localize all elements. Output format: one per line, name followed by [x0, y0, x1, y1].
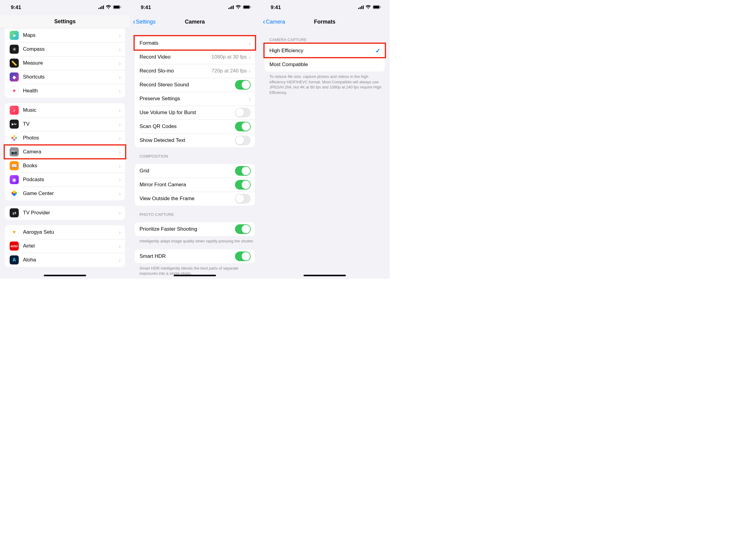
wifi-icon — [366, 5, 371, 11]
row-label: Maps — [23, 32, 119, 38]
toggle-knob — [242, 225, 250, 234]
camera-row-prioritize-faster-shooting[interactable]: Prioritize Faster Shooting — [135, 222, 255, 236]
settings-row-aloha[interactable]: AAloha› — [5, 253, 125, 267]
chevron-right-icon: › — [119, 60, 121, 67]
settings-row-books[interactable]: 📖Books› — [5, 159, 125, 173]
toggle-switch[interactable] — [235, 108, 251, 118]
row-label: View Outside the Frame — [140, 196, 235, 202]
row-label: Aarogya Setu — [23, 229, 119, 235]
camera-row-grid[interactable]: Grid — [135, 164, 255, 178]
chevron-right-icon: › — [119, 46, 121, 53]
row-label: Game Center — [23, 191, 119, 197]
toggle-switch[interactable] — [235, 80, 251, 90]
chevron-right-icon: › — [119, 107, 121, 114]
chevron-right-icon: › — [119, 229, 121, 236]
row-detail: 1080p at 30 fps — [212, 54, 247, 60]
toggle-switch[interactable] — [235, 224, 251, 234]
settings-row-game-center[interactable]: Game Center› — [5, 187, 125, 201]
row-label: Use Volume Up for Burst — [140, 110, 235, 116]
chevron-right-icon: › — [119, 32, 121, 39]
settings-group: ♥Aarogya Setu›airtelAirtel›AAloha› — [5, 225, 125, 267]
settings-row-measure[interactable]: 📏Measure› — [5, 56, 125, 70]
toggle-switch[interactable] — [235, 194, 251, 204]
camera-section: Formats›Record Video1080p at 30 fps›Reco… — [135, 36, 255, 147]
chevron-right-icon: › — [119, 135, 121, 142]
toggle-knob — [242, 181, 250, 189]
toggle-switch[interactable] — [235, 252, 251, 261]
settings-row-tv-provider[interactable]: ⇄TV Provider› — [5, 206, 125, 220]
photos-icon — [10, 134, 19, 143]
settings-row-photos[interactable]: Photos› — [5, 131, 125, 145]
camera-row-preserve-settings[interactable]: Preserve Settings› — [135, 92, 255, 106]
chevron-right-icon: › — [249, 54, 251, 61]
svg-point-9 — [13, 139, 15, 141]
camera-row-record-slo-mo[interactable]: Record Slo-mo720p at 240 fps› — [135, 64, 255, 78]
settings-row-podcasts[interactable]: ◉Podcasts› — [5, 173, 125, 187]
formats-section: High Efficiency✓Most Compatible — [265, 44, 385, 72]
toggle-switch[interactable] — [235, 122, 251, 131]
row-label: Camera — [23, 149, 119, 155]
home-indicator[interactable] — [304, 275, 346, 276]
camera-row-scan-qr-codes[interactable]: Scan QR Codes — [135, 120, 255, 134]
svg-rect-22 — [358, 8, 359, 9]
back-button[interactable]: ‹ Settings — [130, 18, 156, 25]
camera-row-view-outside-the-frame[interactable]: View Outside the Frame — [135, 192, 255, 206]
svg-point-7 — [13, 135, 15, 137]
camera-row-record-video[interactable]: Record Video1080p at 30 fps› — [135, 50, 255, 64]
toggle-switch[interactable] — [235, 136, 251, 145]
settings-row-shortcuts[interactable]: ◆Shortcuts› — [5, 70, 125, 84]
row-label: TV — [23, 121, 119, 127]
cellular-icon — [228, 5, 234, 11]
section-header: COMPOSITION — [140, 154, 255, 159]
camera-row-show-detected-text[interactable]: Show Detected Text — [135, 134, 255, 147]
svg-rect-27 — [373, 6, 379, 8]
aarogya-icon: ♥ — [10, 228, 19, 237]
settings-row-aarogya-setu[interactable]: ♥Aarogya Setu› — [5, 225, 125, 239]
chevron-right-icon: › — [119, 176, 121, 183]
settings-row-airtel[interactable]: airtelAirtel› — [5, 239, 125, 253]
formats-screen: 9:41 ‹ Camera Formats CAMERA CAPTUREHigh… — [260, 0, 389, 278]
camera-row-smart-hdr[interactable]: Smart HDR — [135, 250, 255, 263]
settings-row-compass[interactable]: ✳︎Compass› — [5, 42, 125, 56]
row-label: Mirror Front Camera — [140, 182, 235, 188]
status-bar: 9:41 — [0, 0, 130, 15]
format-option-most-compatible[interactable]: Most Compatible — [265, 58, 385, 72]
settings-row-maps[interactable]: ➤Maps› — [5, 28, 125, 42]
svg-rect-0 — [99, 8, 99, 9]
battery-icon — [113, 5, 121, 11]
settings-row-camera[interactable]: 📷Camera› — [5, 145, 125, 159]
camera-row-mirror-front-camera[interactable]: Mirror Front Camera — [135, 178, 255, 192]
svg-rect-20 — [244, 6, 250, 8]
toggle-knob — [242, 252, 250, 261]
svg-point-14 — [13, 191, 16, 194]
back-button[interactable]: ‹ Camera — [260, 18, 285, 25]
camera-row-record-stereo-sound[interactable]: Record Stereo Sound — [135, 78, 255, 92]
camera-row-use-volume-up-for-burst[interactable]: Use Volume Up for Burst — [135, 106, 255, 120]
row-label: Aloha — [23, 257, 119, 263]
chevron-right-icon: › — [119, 149, 121, 156]
cellular-icon — [358, 5, 364, 11]
chevron-right-icon: › — [249, 40, 251, 47]
camera-row-formats[interactable]: Formats› — [135, 36, 255, 50]
format-option-high-efficiency[interactable]: High Efficiency✓ — [265, 44, 385, 58]
wifi-icon — [236, 5, 241, 11]
podcasts-icon: ◉ — [10, 175, 19, 184]
status-icons — [228, 5, 251, 11]
home-indicator[interactable] — [174, 275, 216, 276]
settings-row-music[interactable]: ♪Music› — [5, 103, 125, 117]
nav-bar: ‹ Settings Camera — [130, 15, 260, 28]
checkmark-icon: ✓ — [376, 47, 380, 54]
toggle-switch[interactable] — [235, 166, 251, 176]
tv-icon: ▶tv — [10, 120, 19, 129]
section-footer: Intelligently adapt image quality when r… — [140, 239, 255, 244]
row-label: Show Detected Text — [140, 137, 235, 143]
svg-rect-2 — [102, 6, 102, 9]
music-icon: ♪ — [10, 106, 19, 115]
settings-row-tv[interactable]: ▶tvTV› — [5, 117, 125, 131]
settings-row-health[interactable]: ♥Health› — [5, 84, 125, 98]
home-indicator[interactable] — [44, 275, 86, 276]
row-label: Formats — [140, 40, 249, 46]
toggle-switch[interactable] — [235, 180, 251, 190]
svg-rect-6 — [121, 6, 121, 8]
svg-rect-24 — [361, 6, 362, 9]
